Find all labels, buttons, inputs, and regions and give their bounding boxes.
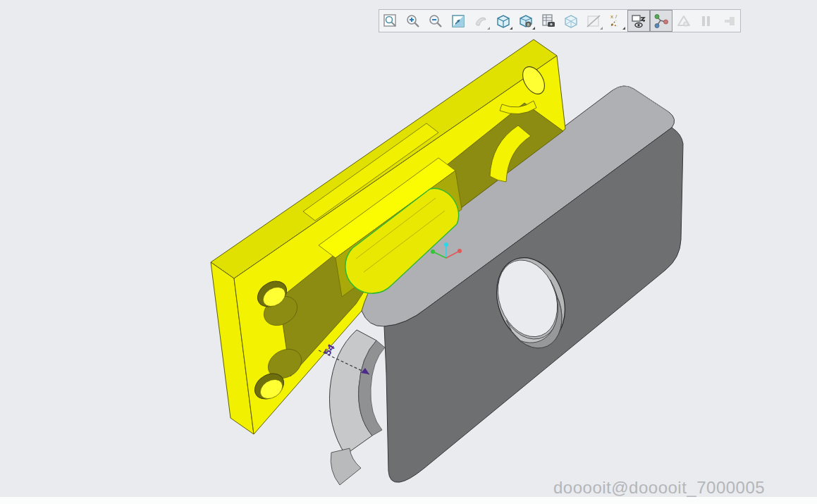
transparent-view-cube-icon <box>563 13 579 30</box>
view-style-button[interactable]: 8 <box>515 10 537 32</box>
pause-button[interactable] <box>695 10 718 32</box>
snapshot-table-icon <box>540 13 557 30</box>
triad-x-tip <box>457 249 462 253</box>
zoom-in-button[interactable] <box>402 10 424 32</box>
snapshot-button[interactable] <box>537 10 560 32</box>
dropdown-arrow-icon <box>622 24 625 30</box>
section-view-button[interactable] <box>582 10 605 32</box>
watermark-text: dooooit@dooooit_7000005 <box>553 478 765 498</box>
refresh-view-button[interactable] <box>469 10 492 32</box>
hide-show-button[interactable] <box>627 10 650 32</box>
datum-display-button[interactable]: x / <box>605 10 627 32</box>
zoom-out-icon <box>427 13 444 30</box>
view-toolbar: 8 <box>379 9 741 32</box>
dropdown-arrow-icon <box>532 24 535 30</box>
zoom-out-button[interactable] <box>424 10 447 32</box>
cad-viewport[interactable]: 54 <box>0 0 817 504</box>
shaded-view-button[interactable] <box>492 10 515 32</box>
explode-view-button[interactable] <box>650 10 672 32</box>
return-icon <box>720 13 737 30</box>
return-button[interactable] <box>718 10 740 32</box>
zoom-window-icon <box>382 13 399 30</box>
dropdown-arrow-icon <box>600 24 603 30</box>
explode-view-icon <box>653 13 670 30</box>
zoom-fit-button[interactable] <box>447 10 469 32</box>
core-plate-notch <box>329 330 385 485</box>
scene-3d: 54 <box>0 0 817 504</box>
interference-check-icon <box>675 13 692 30</box>
notch-lower <box>331 448 361 485</box>
transparent-view-button[interactable] <box>560 10 582 32</box>
dropdown-arrow-icon <box>510 24 512 30</box>
svg-text:/: / <box>615 13 618 20</box>
zoom-fit-icon <box>450 13 467 30</box>
triad-z-tip <box>444 242 448 247</box>
zoom-window-button[interactable] <box>379 10 402 32</box>
zoom-in-icon <box>405 13 422 30</box>
hide-show-icon <box>630 13 647 30</box>
window-bottom-strip <box>0 497 817 504</box>
interference-check-button[interactable] <box>672 10 695 32</box>
triad-y-tip <box>431 250 435 254</box>
dropdown-arrow-icon <box>487 24 490 30</box>
pause-icon <box>698 13 715 30</box>
svg-text:x: x <box>610 13 613 20</box>
